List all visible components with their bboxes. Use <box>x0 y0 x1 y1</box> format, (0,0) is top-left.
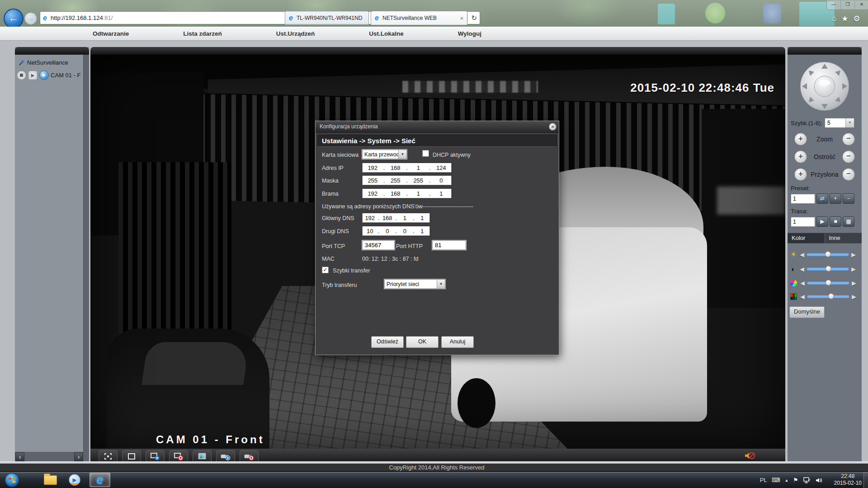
show-desktop-button[interactable] <box>863 472 868 488</box>
stop-all-button[interactable] <box>169 450 188 463</box>
slider-thumb[interactable] <box>828 293 834 299</box>
zoom-plus-button[interactable]: + <box>794 133 807 145</box>
http-port-input[interactable] <box>432 240 466 250</box>
sidebar-horizontal-scrollbar[interactable]: ‹ › <box>15 452 89 462</box>
forward-button[interactable]: → <box>24 12 37 25</box>
slider-left-icon[interactable]: ◀ <box>800 293 805 300</box>
single-view-button[interactable] <box>122 450 141 463</box>
tour-grid-icon[interactable]: ▦ <box>843 216 854 227</box>
preset-input[interactable] <box>791 194 815 204</box>
hidden-icons-chevron[interactable]: ▲ <box>784 478 788 483</box>
saturation-slider[interactable] <box>807 282 849 285</box>
tab-router[interactable]: e TL-WR940N/TL-WR941ND <box>285 11 369 25</box>
fast-transfer-checkbox[interactable]: ✓ <box>322 267 329 273</box>
slider-thumb[interactable] <box>826 266 831 272</box>
play-stream-icon[interactable]: ▶ <box>28 70 38 80</box>
tab-close-icon[interactable]: × <box>460 15 463 22</box>
refresh-icon[interactable]: ↻ <box>471 14 477 22</box>
gateway-input[interactable]: 19216811 <box>362 188 452 198</box>
minimize-button[interactable]: — <box>827 0 841 9</box>
iris-plus-button[interactable]: + <box>794 168 807 181</box>
brightness-slider[interactable] <box>807 253 849 256</box>
cancel-button[interactable]: Anuluj <box>441 336 474 348</box>
close-button[interactable]: ✕ <box>855 0 868 9</box>
stop-stream-icon[interactable] <box>17 70 26 80</box>
hue-slider[interactable] <box>807 295 849 298</box>
slider-left-icon[interactable]: ◀ <box>800 251 804 258</box>
chevron-down-icon[interactable]: ▼ <box>437 280 445 288</box>
dialog-titlebar[interactable]: Konfiguracja urządzenia ✕ <box>316 121 559 133</box>
preset-goto-icon[interactable]: ⇄ <box>816 193 828 204</box>
slider-right-icon[interactable]: ▶ <box>852 280 856 286</box>
play-all-button[interactable] <box>146 450 165 463</box>
iris-minus-button[interactable]: − <box>842 168 855 181</box>
fullscreen-button[interactable] <box>99 450 118 463</box>
contrast-slider[interactable] <box>807 267 849 271</box>
transfer-mode-select[interactable]: Priorytet sieci ▼ <box>384 279 445 289</box>
slider-right-icon[interactable]: ▶ <box>851 266 856 272</box>
menu-lista-zdarzen[interactable]: Lista zdarzeń <box>183 30 222 37</box>
scroll-right-icon[interactable]: › <box>74 452 83 461</box>
tab-kolor[interactable]: Kolor <box>788 233 825 243</box>
ptz-center-knob[interactable] <box>814 76 835 97</box>
taskbar-mediaplayer-button[interactable]: ▶ <box>64 473 85 487</box>
maximize-button[interactable]: ❐ <box>841 0 855 9</box>
device-tree-root[interactable]: NetSurveillance <box>15 55 89 69</box>
record-stop-button[interactable] <box>240 450 259 463</box>
zoom-minus-button[interactable]: − <box>842 133 855 145</box>
dialog-close-icon[interactable]: ✕ <box>549 123 557 131</box>
language-indicator[interactable]: PL <box>760 477 767 483</box>
record-play-button[interactable] <box>216 450 235 463</box>
slider-right-icon[interactable]: ▶ <box>851 251 856 258</box>
nic-select[interactable]: Karta przewodo ▼ <box>362 150 407 159</box>
tour-stop-icon[interactable]: ■ <box>830 216 841 227</box>
taskbar-explorer-button[interactable] <box>40 473 61 487</box>
refresh-button[interactable]: Odśwież <box>371 336 404 348</box>
taskbar-ie-button[interactable]: e <box>90 473 110 487</box>
preset-remove-icon[interactable]: − <box>843 193 854 204</box>
primary-dns-input[interactable]: 19216811 <box>362 213 430 223</box>
menu-wyloguj[interactable]: Wyloguj <box>458 30 481 37</box>
tour-play-icon[interactable]: ▶ <box>816 216 828 227</box>
focus-minus-button[interactable]: − <box>842 150 855 163</box>
back-button[interactable]: ← <box>4 9 24 28</box>
preset-add-icon[interactable]: + <box>830 193 841 204</box>
taskbar-clock[interactable]: 22:48 2015-02-10 <box>834 473 862 487</box>
home-icon[interactable]: ⌂ <box>832 14 836 23</box>
speed-select[interactable]: ▼ <box>825 118 854 128</box>
tab-inne[interactable]: Inne <box>825 233 862 243</box>
slider-left-icon[interactable]: ◀ <box>800 266 804 272</box>
tcp-port-input[interactable] <box>362 240 395 250</box>
camera-row[interactable]: ▶ ▶ CAM 01 - F <box>15 69 89 82</box>
defaults-button[interactable]: Domyślne <box>789 306 825 318</box>
focus-plus-button[interactable]: + <box>794 150 807 163</box>
slider-thumb[interactable] <box>826 280 831 286</box>
slider-left-icon[interactable]: ◀ <box>800 280 805 286</box>
network-icon[interactable] <box>803 477 811 483</box>
subnet-mask-input[interactable]: 2552552550 <box>362 175 452 185</box>
star-icon[interactable]: ★ <box>841 14 848 23</box>
slider-right-icon[interactable]: ▶ <box>852 293 856 300</box>
start-button[interactable] <box>5 473 19 488</box>
snapshot-button[interactable] <box>193 450 212 463</box>
menu-ust-urzadzen[interactable]: Ust.Urządzeń <box>276 30 315 37</box>
ptz-pad[interactable] <box>799 61 850 112</box>
sidebar-vertical-scrollbar[interactable] <box>83 55 89 452</box>
ip-address-input[interactable]: 1921681124 <box>362 163 452 173</box>
tour-input[interactable] <box>791 217 815 227</box>
slider-thumb[interactable] <box>825 251 831 257</box>
camera-live-icon[interactable]: ▶ <box>39 70 49 80</box>
scroll-left-icon[interactable]: ‹ <box>15 452 24 461</box>
chevron-down-icon[interactable]: ▼ <box>845 118 854 127</box>
speed-value-input[interactable] <box>825 118 845 127</box>
menu-odtwarzanie[interactable]: Odtwarzanie <box>93 30 129 37</box>
menu-ust-lokalne[interactable]: Ust.Lokalne <box>369 30 404 37</box>
action-center-flag-icon[interactable]: ⚑ <box>793 477 798 483</box>
ok-button[interactable]: OK <box>406 336 439 348</box>
keyboard-icon[interactable]: ⌨ <box>772 477 780 483</box>
volume-icon[interactable] <box>816 477 823 483</box>
tab-netsurveillance[interactable]: e NETSurveillance WEB × <box>371 11 467 25</box>
dhcp-checkbox[interactable] <box>422 150 429 157</box>
gear-icon[interactable]: ⚙ <box>854 14 860 23</box>
secondary-dns-input[interactable]: 10001 <box>362 226 430 236</box>
